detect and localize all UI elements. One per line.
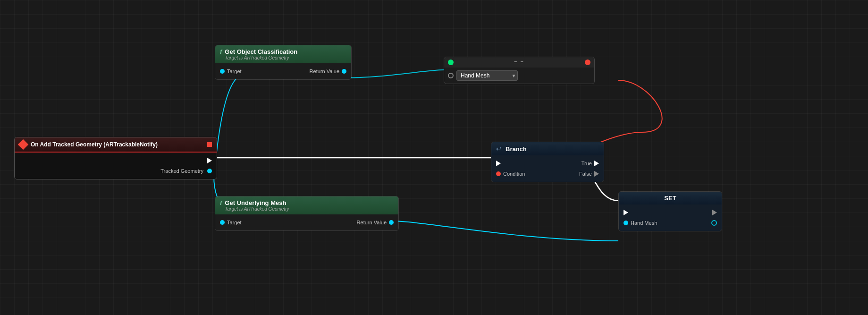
get-mesh-target-label: Target [227, 220, 242, 225]
get-mesh-return-label: Return Value [357, 220, 387, 225]
event-exec-out-pin[interactable] [207, 158, 212, 163]
tracked-geometry-pin[interactable] [207, 169, 212, 173]
get-underlying-mesh-subtitle: Target is ARTracked Geometry [225, 206, 289, 212]
branch-true-pin[interactable] [594, 161, 599, 166]
branch-exec-in-pin[interactable] [496, 161, 501, 166]
tracked-geometry-label: Tracked Geometry [160, 168, 203, 174]
equals-dash-label: = = [514, 60, 524, 65]
get-mesh-target-pin[interactable] [220, 220, 225, 225]
event-stop-button[interactable] [207, 142, 212, 147]
get-obj-class-return-label: Return Value [310, 68, 339, 74]
hand-mesh-dropdown[interactable]: Hand Mesh [456, 70, 518, 81]
get-object-classification-node: f Get Object Classification Target is AR… [215, 45, 352, 80]
set-exec-out-pin[interactable] [712, 210, 717, 215]
equals-node: = = Hand Mesh ▼ [444, 57, 595, 84]
event-diamond-icon [18, 139, 29, 150]
get-underlying-mesh-title: Get Underlying Mesh [225, 199, 289, 206]
branch-condition-pin[interactable] [496, 171, 501, 176]
branch-title: Branch [506, 145, 527, 153]
branch-icon: ↩ [496, 145, 502, 153]
set-title: SET [664, 195, 676, 202]
get-obj-class-target-label: Target [227, 68, 242, 74]
event-title: On Add Tracked Geometry (ARTrackableNoti… [31, 141, 203, 148]
branch-node: ↩ Branch True Condition False [491, 142, 604, 182]
branch-false-label: False [579, 171, 592, 177]
get-obj-class-target-pin[interactable] [220, 69, 225, 74]
branch-condition-label: Condition [503, 171, 525, 177]
get-underlying-mesh-node: f Get Underlying Mesh Target is ARTracke… [215, 196, 399, 231]
set-exec-in-pin[interactable] [624, 210, 628, 215]
equals-top-pin[interactable] [448, 60, 454, 65]
branch-false-pin[interactable] [594, 171, 599, 177]
set-hand-mesh-pin[interactable] [624, 221, 628, 225]
set-out-pin[interactable] [711, 220, 717, 226]
func-icon-2: f [220, 199, 222, 206]
branch-true-label: True [581, 161, 592, 166]
event-node: On Add Tracked Geometry (ARTrackableNoti… [14, 137, 217, 179]
get-obj-class-title: Get Object Classification [225, 48, 297, 55]
equals-left-pin[interactable] [448, 73, 454, 78]
set-hand-mesh-label: Hand Mesh [631, 220, 657, 226]
func-icon-1: f [220, 48, 222, 55]
get-obj-class-subtitle: Target is ARTracked Geometry [225, 55, 297, 60]
get-obj-class-return-pin[interactable] [342, 69, 346, 74]
get-mesh-return-pin[interactable] [389, 220, 394, 225]
set-node: SET Hand Mesh [618, 191, 722, 231]
equals-out-pin[interactable] [585, 60, 590, 65]
